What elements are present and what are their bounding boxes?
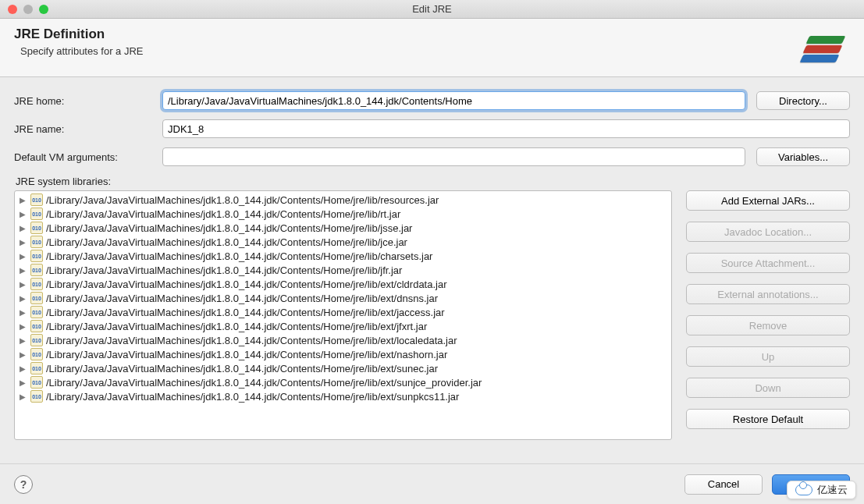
library-item[interactable]: ▶010/Library/Java/JavaVirtualMachines/jd… [15, 305, 671, 319]
library-path: /Library/Java/JavaVirtualMachines/jdk1.8… [46, 321, 427, 332]
library-item[interactable]: ▶010/Library/Java/JavaVirtualMachines/jd… [15, 249, 671, 263]
disclosure-triangle-icon[interactable]: ▶ [20, 308, 27, 317]
disclosure-triangle-icon[interactable]: ▶ [20, 392, 27, 401]
jar-icon: 010 [30, 292, 43, 304]
disclosure-triangle-icon[interactable]: ▶ [20, 280, 27, 289]
jar-icon: 010 [30, 264, 43, 276]
remove-button: Remove [686, 315, 850, 335]
library-path: /Library/Java/JavaVirtualMachines/jdk1.8… [46, 222, 412, 234]
cancel-button[interactable]: Cancel [684, 474, 763, 495]
watermark-badge: 亿速云 [787, 481, 856, 499]
books-icon [795, 27, 850, 66]
jre-name-input[interactable] [162, 119, 850, 138]
jar-icon: 010 [30, 390, 43, 403]
library-path: /Library/Java/JavaVirtualMachines/jdk1.8… [46, 208, 400, 220]
source-attachment-button: Source Attachment... [686, 253, 850, 273]
jre-name-label: JRE name: [14, 123, 162, 135]
jar-icon: 010 [30, 250, 43, 262]
library-path: /Library/Java/JavaVirtualMachines/jdk1.8… [46, 293, 438, 304]
variables-button[interactable]: Variables... [756, 147, 850, 166]
jar-icon: 010 [30, 236, 43, 248]
disclosure-triangle-icon[interactable]: ▶ [20, 210, 27, 218]
cloud-icon [795, 484, 812, 495]
jar-icon: 010 [30, 362, 43, 374]
library-path: /Library/Java/JavaVirtualMachines/jdk1.8… [46, 391, 459, 403]
add-external-jars-button[interactable]: Add External JARs... [686, 190, 850, 211]
window-title: Edit JRE [0, 3, 864, 15]
watermark-text: 亿速云 [817, 483, 848, 497]
titlebar: Edit JRE [0, 0, 864, 19]
up-button: Up [686, 346, 850, 367]
jre-home-input[interactable] [162, 91, 745, 110]
jar-icon: 010 [30, 306, 43, 318]
vm-arguments-input[interactable] [162, 147, 745, 166]
disclosure-triangle-icon[interactable]: ▶ [20, 224, 27, 232]
library-path: /Library/Java/JavaVirtualMachines/jdk1.8… [46, 307, 445, 318]
disclosure-triangle-icon[interactable]: ▶ [20, 252, 27, 261]
library-path: /Library/Java/JavaVirtualMachines/jdk1.8… [46, 363, 438, 374]
javadoc-location-button: Javadoc Location... [686, 222, 850, 242]
jar-icon: 010 [30, 376, 43, 389]
vm-arguments-label: Default VM arguments: [14, 151, 162, 163]
jar-icon: 010 [30, 193, 43, 206]
jar-icon: 010 [30, 222, 43, 234]
library-path: /Library/Java/JavaVirtualMachines/jdk1.8… [46, 349, 447, 360]
disclosure-triangle-icon[interactable]: ▶ [20, 350, 27, 359]
library-item[interactable]: ▶010/Library/Java/JavaVirtualMachines/jd… [15, 375, 671, 389]
disclosure-triangle-icon[interactable]: ▶ [20, 196, 27, 204]
library-item[interactable]: ▶010/Library/Java/JavaVirtualMachines/jd… [15, 207, 671, 221]
library-item[interactable]: ▶010/Library/Java/JavaVirtualMachines/jd… [15, 389, 671, 403]
library-path: /Library/Java/JavaVirtualMachines/jdk1.8… [46, 250, 432, 262]
library-item[interactable]: ▶010/Library/Java/JavaVirtualMachines/jd… [15, 221, 671, 235]
system-libraries-label: JRE system libraries: [14, 176, 850, 187]
library-item[interactable]: ▶010/Library/Java/JavaVirtualMachines/jd… [15, 235, 671, 249]
library-path: /Library/Java/JavaVirtualMachines/jdk1.8… [46, 236, 407, 248]
disclosure-triangle-icon[interactable]: ▶ [20, 266, 27, 275]
page-title: JRE Definition [14, 27, 144, 42]
disclosure-triangle-icon[interactable]: ▶ [20, 238, 27, 247]
library-item[interactable]: ▶010/Library/Java/JavaVirtualMachines/jd… [15, 291, 671, 305]
library-path: /Library/Java/JavaVirtualMachines/jdk1.8… [46, 335, 457, 346]
library-item[interactable]: ▶010/Library/Java/JavaVirtualMachines/jd… [15, 263, 671, 277]
library-path: /Library/Java/JavaVirtualMachines/jdk1.8… [46, 377, 482, 389]
dialog-footer: ? Cancel F [0, 463, 864, 504]
jar-icon: 010 [30, 348, 43, 360]
jar-icon: 010 [30, 278, 43, 290]
system-libraries-list[interactable]: ▶010/Library/Java/JavaVirtualMachines/jd… [14, 190, 672, 440]
disclosure-triangle-icon[interactable]: ▶ [20, 322, 27, 331]
disclosure-triangle-icon[interactable]: ▶ [20, 378, 27, 387]
restore-default-button[interactable]: Restore Default [686, 409, 850, 429]
jar-icon: 010 [30, 208, 43, 220]
external-annotations-button: External annotations... [686, 284, 850, 304]
library-item[interactable]: ▶010/Library/Java/JavaVirtualMachines/jd… [15, 361, 671, 375]
dialog-header: JRE Definition Specify attributes for a … [0, 19, 864, 77]
directory-button[interactable]: Directory... [756, 91, 850, 110]
library-path: /Library/Java/JavaVirtualMachines/jdk1.8… [46, 194, 439, 206]
disclosure-triangle-icon[interactable]: ▶ [20, 364, 27, 373]
library-item[interactable]: ▶010/Library/Java/JavaVirtualMachines/jd… [15, 193, 671, 207]
library-item[interactable]: ▶010/Library/Java/JavaVirtualMachines/jd… [15, 347, 671, 361]
disclosure-triangle-icon[interactable]: ▶ [20, 294, 27, 303]
library-item[interactable]: ▶010/Library/Java/JavaVirtualMachines/jd… [15, 333, 671, 347]
jar-icon: 010 [30, 334, 43, 346]
help-icon[interactable]: ? [14, 475, 33, 494]
library-item[interactable]: ▶010/Library/Java/JavaVirtualMachines/jd… [15, 319, 671, 333]
down-button: Down [686, 378, 850, 398]
jre-home-label: JRE home: [14, 95, 162, 107]
form-area: JRE home: Directory... JRE name: Default… [0, 77, 864, 440]
jar-icon: 010 [30, 320, 43, 332]
library-path: /Library/Java/JavaVirtualMachines/jdk1.8… [46, 264, 402, 276]
library-item[interactable]: ▶010/Library/Java/JavaVirtualMachines/jd… [15, 277, 671, 291]
disclosure-triangle-icon[interactable]: ▶ [20, 336, 27, 345]
page-subtitle: Specify attributes for a JRE [14, 45, 144, 57]
library-path: /Library/Java/JavaVirtualMachines/jdk1.8… [46, 279, 447, 290]
